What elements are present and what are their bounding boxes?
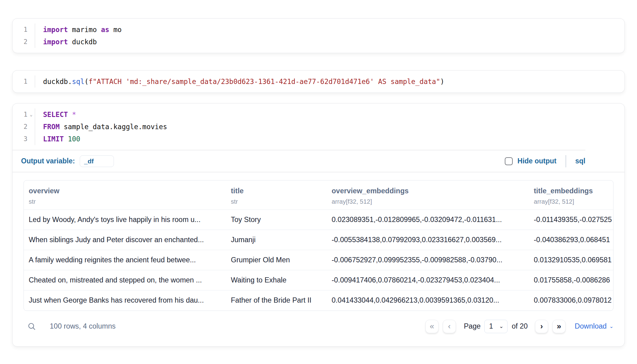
code-token: SELECT [43, 111, 68, 118]
table-row[interactable]: Just when George Banks has recovered fro… [24, 290, 613, 311]
column-header[interactable]: titlestr [226, 180, 327, 210]
code-token: sample_data.kaggle.movies [60, 123, 167, 131]
page-number-value: 1 [489, 322, 493, 330]
table-cell: 0.01755858,-0.0086286 [529, 270, 613, 290]
table-cell: -0.011439355,-0.027525 [529, 210, 613, 230]
code-text: import duckdb [35, 36, 97, 48]
output-variable-input[interactable]: _df [80, 155, 114, 167]
fold-chevron-icon[interactable]: ⌄ [27, 108, 35, 121]
table-cell: 0.041433044,0.042966213,0.0039591365,0.0… [327, 290, 529, 311]
code-text: FROM sample_data.kaggle.movies [35, 121, 167, 133]
line-number: 1 [13, 24, 27, 36]
table-row[interactable]: Cheated on, mistreated and stepped on, t… [24, 270, 613, 290]
toolbar-divider [566, 155, 566, 167]
table-cell: Cheated on, mistreated and stepped on, t… [24, 270, 226, 290]
last-page-button[interactable]: » [552, 320, 566, 333]
sql-code-editor[interactable]: 1⌄SELECT *2FROM sample_data.kaggle.movie… [13, 104, 624, 150]
download-button[interactable]: Download ⌄ [575, 322, 613, 330]
line-gutter: 2 [13, 121, 35, 133]
notebook-cell-attach: 1duckdb.sql(f"ATTACH 'md:_share/sample_d… [12, 70, 625, 93]
dataframe-table: overviewstrtitlestroverview_embeddingsar… [24, 180, 613, 311]
table-cell: Father of the Bride Part II [226, 290, 327, 311]
table-cell: A family wedding reignites the ancient f… [24, 250, 226, 270]
line-number: 1 [13, 108, 27, 121]
code-token: 100 [68, 135, 80, 143]
code-token: mo [109, 26, 122, 34]
table-cell: 0.023089351,-0.012809965,-0.03209472,-0.… [327, 210, 529, 230]
code-line[interactable]: 2import duckdb [13, 36, 624, 48]
line-gutter: 1 [13, 75, 35, 88]
code-token: f"ATTACH 'md:_share/sample_data/23b0d623… [89, 78, 440, 86]
code-token: sql [72, 78, 85, 86]
code-token: ( [84, 78, 89, 86]
row-count-label: 100 rows, 4 columns [50, 322, 116, 330]
code-line[interactable]: 1⌄SELECT * [13, 108, 624, 121]
search-icon[interactable] [27, 322, 36, 331]
column-header[interactable]: title_embeddingsarray[f32, 512] [529, 180, 613, 210]
code-token: import [43, 38, 68, 46]
line-gutter: 2 [13, 36, 35, 48]
language-label[interactable]: sql [575, 157, 585, 165]
output-variable-label: Output variable: [21, 157, 75, 165]
page-number-select[interactable]: 1 ⌄ [484, 320, 508, 333]
table-row[interactable]: When siblings Judy and Peter discover an… [24, 230, 613, 250]
notebook-cell-imports: 1import marimo as mo2import duckdb [12, 18, 625, 53]
download-label: Download [575, 322, 607, 330]
table-cell: -0.0055384138,0.07992093,0.023316627,0.0… [327, 230, 529, 250]
table-cell: 0.0132910535,0.069581 [529, 250, 613, 270]
code-line[interactable]: 1import marimo as mo [13, 24, 624, 36]
page-total-label: of 20 [512, 322, 528, 330]
line-number: 2 [13, 36, 27, 48]
code-line[interactable]: 2FROM sample_data.kaggle.movies [13, 121, 624, 133]
code-token: import [43, 26, 68, 34]
code-editor[interactable]: 1duckdb.sql(f"ATTACH 'md:_share/sample_d… [13, 71, 624, 93]
column-name: title_embeddings [534, 187, 608, 195]
prev-page-button[interactable]: ‹ [443, 320, 456, 333]
column-name: title [231, 187, 322, 195]
table-cell: Grumpier Old Men [226, 250, 327, 270]
chevron-down-icon: ⌄ [499, 323, 504, 329]
table-cell: Just when George Banks has recovered fro… [24, 290, 226, 311]
table-cell: -0.009417406,0.07860214,-0.023279453,0.0… [327, 270, 529, 290]
sql-cell-toolbar: Output variable: _df Hide output sql [13, 150, 624, 172]
column-name: overview [29, 187, 221, 195]
code-token: FROM [43, 123, 60, 131]
line-gutter: 1⌄ [13, 108, 35, 121]
column-type: array[f32, 512] [332, 198, 524, 205]
table-cell: Toy Story [226, 210, 327, 230]
column-type: str [231, 198, 322, 205]
table-cell: When siblings Judy and Peter discover an… [24, 230, 226, 250]
column-name: overview_embeddings [332, 187, 524, 195]
table-row[interactable]: A family wedding reignites the ancient f… [24, 250, 613, 270]
page-label: Page [464, 322, 481, 330]
column-header[interactable]: overviewstr [24, 180, 226, 210]
column-type: str [29, 198, 221, 205]
code-token: ) [440, 78, 444, 86]
code-token: * [72, 111, 76, 118]
line-gutter: 3 [13, 133, 35, 145]
line-number: 1 [13, 75, 27, 88]
hide-output-checkbox[interactable] [505, 157, 513, 165]
code-token [64, 135, 68, 143]
code-token: LIMIT [43, 135, 64, 143]
code-token: as [101, 26, 109, 34]
line-number: 2 [13, 121, 27, 133]
table-cell: Led by Woody, Andy's toys live happily i… [24, 210, 226, 230]
code-editor[interactable]: 1import marimo as mo2import duckdb [13, 19, 624, 53]
code-text: duckdb.sql(f"ATTACH 'md:_share/sample_da… [35, 75, 444, 88]
line-gutter: 1 [13, 24, 35, 36]
hide-output-label: Hide output [518, 157, 557, 165]
column-header[interactable]: overview_embeddingsarray[f32, 512] [327, 180, 529, 210]
first-page-button[interactable]: « [425, 320, 439, 333]
next-page-button[interactable]: › [535, 320, 548, 333]
code-text: import marimo as mo [35, 24, 122, 36]
table-footer: 100 rows, 4 columns « ‹ Page 1 ⌄ of 20 ›… [24, 318, 613, 335]
code-line[interactable]: 1duckdb.sql(f"ATTACH 'md:_share/sample_d… [13, 75, 624, 88]
line-number: 3 [13, 133, 27, 145]
table-row[interactable]: Led by Woody, Andy's toys live happily i… [24, 210, 613, 230]
code-token [68, 111, 72, 118]
code-text: SELECT * [35, 108, 76, 121]
notebook-cell-sql: 1⌄SELECT *2FROM sample_data.kaggle.movie… [12, 103, 625, 347]
code-line[interactable]: 3LIMIT 100 [13, 133, 624, 145]
column-type: array[f32, 512] [534, 198, 608, 205]
